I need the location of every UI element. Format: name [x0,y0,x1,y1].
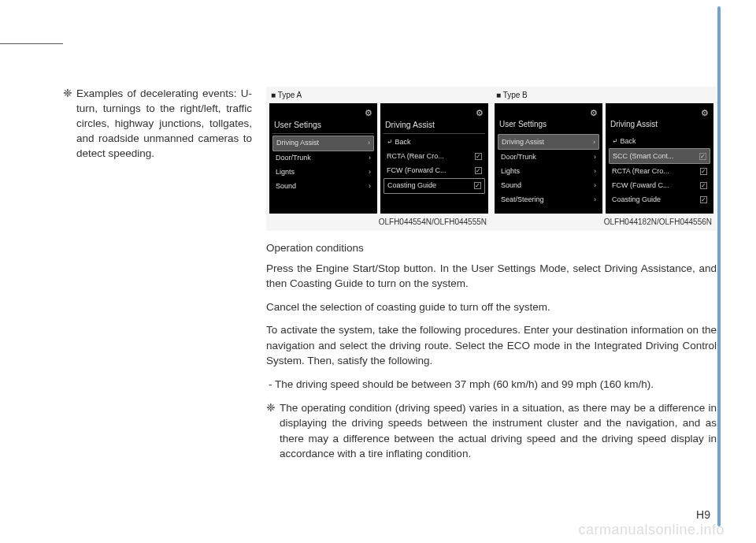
menu-item: Door/Trunk› [272,151,374,166]
screens-a: ⚙ User Setings Driving Assist›Door/Trunk… [269,103,488,214]
screen-a2: ⚙ Driving Assist ⤶ BackRCTA (Rear Cro...… [380,103,488,214]
figure-label-a: ■ Type A [269,88,488,103]
menu-item: ⤶ Back [609,134,710,148]
menu-item-label: RCTA (Rear Cro... [387,151,444,162]
screen-a1: ⚙ User Setings Driving Assist›Door/Trunk… [269,103,377,214]
gear-icon: ⚙ [590,107,598,120]
menu-b1: Driving Assist›Door/Trunk›Lights›Sound›S… [498,134,599,206]
menu-item: RCTA (Rear Cro...✓ [609,164,710,178]
body-list-item-1: - The driving speed should be between 37… [266,377,717,392]
chevron-right-icon: › [594,195,596,205]
body-heading: Operation conditions [266,240,717,256]
menu-item: ⤶ Back [384,136,485,150]
body-note: ❈ The operating condition (driving speed… [266,400,717,462]
chevron-right-icon: › [369,181,371,192]
checkbox-icon: ✓ [699,153,706,160]
gear-icon: ⚙ [476,107,484,120]
chevron-right-icon: › [368,138,370,148]
figure-type-a: ■ Type A ⚙ User Setings Driving Assist›D… [269,88,488,228]
screen-b1: ⚙ User Settings Driving Assist›Door/Trun… [495,103,602,214]
document-page: ❈ Examples of decelerating events: U-tur… [0,0,756,543]
menu-item-label: ⤶ Back [612,136,636,147]
menu-item: Lignts› [272,166,374,180]
menu-item-label: Sound [501,180,521,191]
right-column: ■ Type A ⚙ User Setings Driving Assist›D… [266,87,717,462]
menu-item: Door/Trunk› [498,150,599,164]
menu-item-label: Lights [501,166,520,177]
menu-item: Sound› [498,178,599,192]
screen-b1-title: User Settings [498,119,599,133]
figure-type-b: ■ Type B ⚙ User Settings Driving Assist›… [495,88,713,228]
menu-item-label: Door/Trunk [501,152,536,162]
menu-item-label: Lignts [276,167,295,177]
gear-icon: ⚙ [701,107,709,120]
screen-b2: ⚙ Driving Assist ⤶ BackSCC (Smart Cont..… [606,103,713,214]
checkbox-icon: ✓ [700,196,707,203]
menu-item: Seat/Steering› [498,192,599,206]
menu-b2: ⤶ BackSCC (Smart Cont...✓RCTA (Rear Cro.… [609,134,710,206]
menu-item: SCC (Smart Cont...✓ [609,148,710,164]
menu-a1: Driving Assist›Door/Trunk›Lignts›Sound› [272,136,374,194]
watermark: carmanualsonline.info [578,522,724,538]
menu-item-label: SCC (Smart Cont... [613,151,674,162]
menu-item-label: Driving Assist [502,137,544,147]
menu-item-label: Seat/Steering [501,195,544,205]
menu-item: Sound› [272,180,374,194]
note-symbol: ❈ [266,400,276,462]
menu-item-label: Coasting Guide [612,195,661,205]
menu-item: FCW (Foward C...✓ [609,178,710,192]
screens-b: ⚙ User Settings Driving Assist›Door/Trun… [495,103,713,214]
page-number: H9 [696,508,710,521]
menu-item: Driving Assist› [272,136,374,151]
menu-item: Driving Assist› [498,134,599,150]
screen-b2-title: Driving Assist [609,119,710,133]
left-column: ❈ Examples of decelerating events: U-tur… [63,87,252,462]
body-p2: Cancel the selection of coasting guide t… [266,299,717,315]
menu-item-label: Coasting Guide [387,180,436,191]
checkbox-icon: ✓ [474,182,481,189]
menu-item-label: Door/Trunk [276,153,311,163]
caption-a: OLFH044554N/OLFH044555N [269,217,488,229]
screen-a2-title: Driving Assist [384,119,485,134]
screen-a1-title: User Setings [272,119,374,134]
menu-item: RCTA (Rear Cro...✓ [384,150,485,164]
content-columns: ❈ Examples of decelerating events: U-tur… [63,87,717,462]
menu-item-label: Sound [276,181,296,192]
body-p1: Press the Engine Start/Stop button. In t… [266,261,717,292]
menu-item-label: RCTA (Rear Cro... [612,166,669,177]
checkbox-icon: ✓ [700,182,707,189]
chevron-right-icon: › [594,152,596,162]
menu-item: Coasting Guide✓ [384,178,485,194]
caption-b: OLFH044182N/OLFH044556N [495,217,713,229]
figure-label-b: ■ Type B [495,88,713,103]
checkbox-icon: ✓ [475,153,482,160]
menu-item-label: ⤶ Back [387,137,411,147]
chevron-right-icon: › [369,153,371,163]
menu-item-label: FCW (Foward C... [612,180,669,191]
body-p3: To activate the system, take the followi… [266,322,717,369]
figures-container: ■ Type A ⚙ User Setings Driving Assist›D… [266,87,717,231]
menu-item: Lights› [498,164,599,178]
chevron-right-icon: › [594,180,596,191]
checkbox-icon: ✓ [700,168,707,175]
menu-item-label: FCW (Forward C... [387,166,447,176]
bullet-symbol: ❈ [63,87,72,161]
menu-item: Coasting Guide✓ [609,192,710,206]
menu-item-label: Driving Assist [276,138,319,148]
chevron-right-icon: › [593,137,595,147]
chevron-right-icon: › [594,166,596,177]
checkbox-icon: ✓ [475,167,482,174]
bullet-text: Examples of decelerating events: U-turn,… [76,87,252,161]
menu-a2: ⤶ BackRCTA (Rear Cro...✓FCW (Forward C..… [384,136,485,194]
gear-icon: ⚙ [365,107,372,120]
note-text: The operating condition (driving speed) … [280,400,717,462]
menu-item: FCW (Forward C...✓ [384,164,485,178]
chevron-right-icon: › [369,167,371,177]
left-bullet-item: ❈ Examples of decelerating events: U-tur… [63,87,252,161]
